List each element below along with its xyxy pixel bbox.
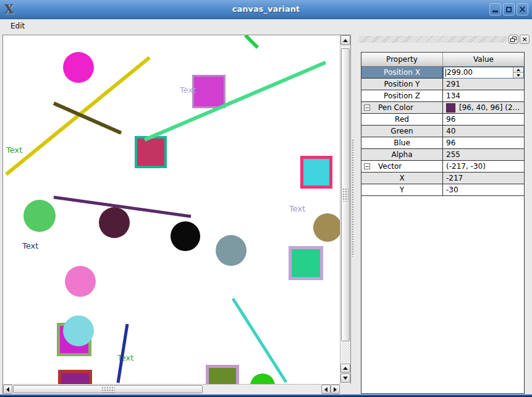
horizontal-scroll-track[interactable]	[203, 385, 321, 393]
canvas-frame: TextTextTextTextText	[2, 35, 351, 394]
property-value-label: 291	[446, 80, 460, 88]
property-name-cell[interactable]: X	[361, 173, 443, 184]
close-button[interactable]: ×	[517, 3, 528, 15]
property-name-cell[interactable]: Position X	[361, 67, 443, 79]
scrollbar-corner	[340, 384, 351, 394]
scroll-up-button-2[interactable]	[340, 364, 350, 373]
property-value-cell[interactable]: 96	[443, 114, 524, 126]
property-name-cell[interactable]: Blue	[361, 137, 443, 149]
menubar: Edit	[0, 19, 532, 33]
spinbox-buttons	[513, 67, 523, 78]
property-row[interactable]: −Vector(-217, -30)	[361, 161, 524, 173]
property-row[interactable]: Position Z134	[361, 90, 524, 102]
property-name-label: Position Y	[384, 80, 420, 88]
dock-titlebar[interactable]: ×	[359, 35, 530, 45]
property-row[interactable]: Position X299.00	[361, 67, 524, 79]
canvas-text-label[interactable]: Text	[117, 353, 133, 362]
property-value-cell[interactable]: 40	[443, 126, 524, 137]
canvas-circle[interactable]	[216, 235, 247, 266]
property-name-cell[interactable]: Position Y	[361, 79, 443, 90]
canvas-rect[interactable]	[290, 248, 322, 279]
canvas-rect[interactable]	[208, 367, 238, 385]
canvas-rect[interactable]	[193, 76, 225, 108]
property-value-cell[interactable]: 96	[443, 137, 524, 149]
canvas-rect[interactable]	[60, 372, 91, 385]
scroll-left-button-2[interactable]	[321, 385, 331, 394]
property-value-label: 96	[446, 139, 455, 147]
property-name-cell[interactable]: −Vector	[361, 161, 443, 173]
property-name-label: Blue	[394, 139, 410, 147]
property-value-cell[interactable]: [96, 40, 96] (2...	[443, 102, 524, 114]
property-name-cell[interactable]: −Pen Color	[361, 102, 443, 114]
spin-down-button[interactable]	[513, 73, 523, 78]
property-row[interactable]: Y-30	[361, 184, 524, 196]
property-value-cell[interactable]: 291	[443, 79, 524, 90]
property-name-cell[interactable]: Green	[361, 126, 443, 137]
canvas-circle[interactable]	[65, 266, 96, 297]
grip-dots-icon	[101, 386, 115, 393]
property-name-cell[interactable]: Y	[361, 184, 443, 196]
canvas-line[interactable]	[233, 299, 286, 382]
property-name-label: Red	[395, 115, 409, 124]
collapse-icon[interactable]: −	[364, 163, 370, 169]
dock-close-button[interactable]: ×	[520, 35, 530, 44]
property-row[interactable]: Position Y291	[361, 79, 524, 90]
horizontal-scroll-thumb[interactable]	[13, 385, 203, 393]
canvas-circle[interactable]	[63, 52, 94, 83]
splitter-handle[interactable]	[352, 139, 355, 257]
vertical-scroll-track[interactable]	[341, 343, 350, 363]
property-name-label: Y	[400, 186, 404, 194]
arrow-right-icon	[334, 387, 337, 392]
property-value-cell[interactable]: -217	[443, 173, 524, 184]
minimize-button[interactable]	[489, 3, 501, 15]
property-table: Property Value Position X299.00Position …	[361, 52, 525, 394]
canvas-text-label[interactable]: Text	[179, 85, 196, 95]
scroll-left-button[interactable]	[3, 385, 12, 394]
canvas-circle[interactable]	[313, 213, 340, 242]
canvas-text-label[interactable]: Text	[22, 241, 38, 250]
dock-float-button[interactable]	[509, 35, 518, 44]
property-row[interactable]: X-217	[361, 173, 524, 184]
property-row[interactable]: Green40	[361, 126, 524, 137]
property-name-cell[interactable]: Red	[361, 114, 443, 126]
property-value-label: -30	[446, 186, 458, 194]
canvas-rect[interactable]	[136, 137, 166, 167]
vertical-scroll-thumb[interactable]	[341, 48, 350, 341]
canvas-circle[interactable]	[99, 207, 130, 238]
column-header-property[interactable]: Property	[361, 53, 443, 67]
canvas-circle[interactable]	[63, 315, 94, 346]
scroll-down-button[interactable]	[340, 374, 350, 383]
menu-item-edit[interactable]: Edit	[5, 20, 30, 32]
property-value-cell[interactable]: -30	[443, 184, 524, 196]
scroll-up-button[interactable]	[340, 35, 350, 45]
property-value-cell[interactable]: 134	[443, 90, 524, 102]
property-row[interactable]: Red96	[361, 114, 524, 126]
canvas-rect[interactable]	[302, 158, 331, 187]
spinbox-input[interactable]: 299.00	[444, 67, 513, 78]
scroll-right-button[interactable]	[331, 385, 340, 394]
canvas-circle[interactable]	[23, 200, 56, 232]
titlebar[interactable]: X canvas_variant ×	[0, 0, 532, 19]
property-value-label: (-217, -30)	[446, 162, 486, 171]
canvas-circle[interactable]	[250, 374, 275, 384]
spin-up-button[interactable]	[513, 67, 523, 73]
property-name-cell[interactable]: Position Z	[361, 90, 443, 102]
value-spinbox[interactable]: 299.00	[443, 67, 524, 79]
grip-dots-icon	[342, 188, 348, 202]
canvas-text-label[interactable]: Text	[6, 145, 22, 155]
canvas-line[interactable]	[145, 62, 326, 140]
property-name-cell[interactable]: Alpha	[361, 149, 443, 161]
column-header-value[interactable]: Value	[443, 53, 524, 67]
property-value-cell[interactable]: 255	[443, 149, 524, 161]
property-row[interactable]: Blue96	[361, 137, 524, 149]
canvas-text-label[interactable]: Text	[289, 204, 305, 213]
property-row[interactable]: Alpha255	[361, 149, 524, 161]
canvas-viewport[interactable]: TextTextTextTextText	[3, 35, 340, 384]
property-value-cell[interactable]: 299.00	[443, 67, 524, 79]
maximize-button[interactable]	[503, 3, 515, 15]
property-row[interactable]: −Pen Color[96, 40, 96] (2...	[361, 102, 524, 114]
canvas-line[interactable]	[245, 35, 258, 48]
property-value-cell[interactable]: (-217, -30)	[443, 161, 524, 173]
collapse-icon[interactable]: −	[364, 105, 370, 111]
canvas-circle[interactable]	[171, 221, 200, 251]
